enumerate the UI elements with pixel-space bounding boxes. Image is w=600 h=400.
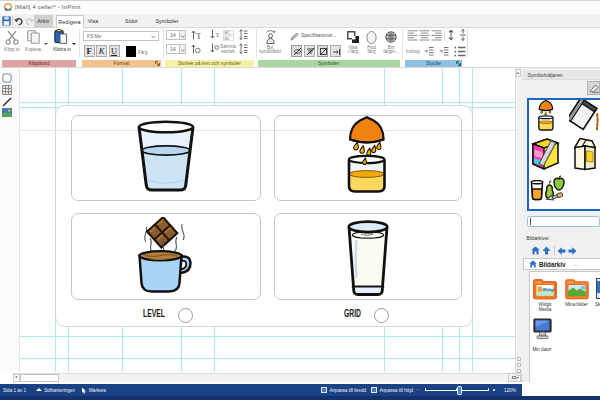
svg-text:80: 80: [225, 35, 230, 40]
svg-text:Widgit: Widgit: [543, 287, 557, 292]
svg-text:T: T: [216, 32, 220, 38]
svg-text:BC: BC: [225, 30, 231, 35]
svg-text:T: T: [196, 31, 201, 40]
